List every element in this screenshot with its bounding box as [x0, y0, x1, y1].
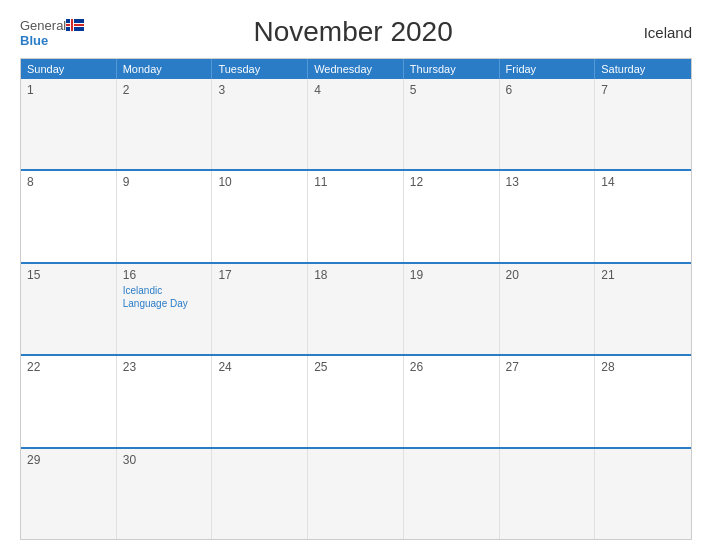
day-cell [308, 449, 404, 539]
day-number: 27 [506, 360, 589, 374]
day-number: 1 [27, 83, 110, 97]
day-cell: 18 [308, 264, 404, 354]
day-number: 6 [506, 83, 589, 97]
day-cell [404, 449, 500, 539]
day-number: 19 [410, 268, 493, 282]
day-number: 28 [601, 360, 685, 374]
day-header-wednesday: Wednesday [308, 59, 404, 79]
day-cell: 12 [404, 171, 500, 261]
weeks-container: 12345678910111213141516Icelandic Languag… [21, 79, 691, 539]
day-cell [500, 449, 596, 539]
day-cell: 6 [500, 79, 596, 169]
day-headers-row: SundayMondayTuesdayWednesdayThursdayFrid… [21, 59, 691, 79]
day-cell [595, 449, 691, 539]
day-cell: 25 [308, 356, 404, 446]
page: General Blue November 2020 Iceland Sunda… [0, 0, 712, 550]
day-number: 12 [410, 175, 493, 189]
day-number: 23 [123, 360, 206, 374]
day-number: 20 [506, 268, 589, 282]
day-number: 8 [27, 175, 110, 189]
day-cell: 8 [21, 171, 117, 261]
day-number: 16 [123, 268, 206, 282]
country-label: Iceland [622, 24, 692, 41]
day-number: 15 [27, 268, 110, 282]
day-number: 24 [218, 360, 301, 374]
day-number: 25 [314, 360, 397, 374]
week-row-3: 1516Icelandic Language Day1718192021 [21, 262, 691, 354]
day-cell: 10 [212, 171, 308, 261]
day-number: 17 [218, 268, 301, 282]
day-header-monday: Monday [117, 59, 213, 79]
day-cell: 20 [500, 264, 596, 354]
day-number: 9 [123, 175, 206, 189]
day-number: 18 [314, 268, 397, 282]
day-number: 4 [314, 83, 397, 97]
week-row-4: 22232425262728 [21, 354, 691, 446]
day-cell: 21 [595, 264, 691, 354]
day-number: 10 [218, 175, 301, 189]
svg-rect-2 [66, 24, 84, 26]
svg-rect-4 [71, 19, 73, 31]
day-number: 5 [410, 83, 493, 97]
day-cell [212, 449, 308, 539]
day-cell: 5 [404, 79, 500, 169]
week-row-5: 2930 [21, 447, 691, 539]
day-number: 2 [123, 83, 206, 97]
day-cell: 17 [212, 264, 308, 354]
calendar: SundayMondayTuesdayWednesdayThursdayFrid… [20, 58, 692, 540]
day-header-sunday: Sunday [21, 59, 117, 79]
day-cell: 2 [117, 79, 213, 169]
day-cell: 3 [212, 79, 308, 169]
day-number: 11 [314, 175, 397, 189]
day-number: 26 [410, 360, 493, 374]
day-cell: 16Icelandic Language Day [117, 264, 213, 354]
day-cell: 29 [21, 449, 117, 539]
day-number: 13 [506, 175, 589, 189]
day-cell: 26 [404, 356, 500, 446]
day-header-tuesday: Tuesday [212, 59, 308, 79]
day-header-saturday: Saturday [595, 59, 691, 79]
day-cell: 23 [117, 356, 213, 446]
logo-blue-text: Blue [20, 34, 84, 47]
day-cell: 15 [21, 264, 117, 354]
day-cell: 4 [308, 79, 404, 169]
day-cell: 1 [21, 79, 117, 169]
day-cell: 11 [308, 171, 404, 261]
day-cell: 30 [117, 449, 213, 539]
header: General Blue November 2020 Iceland [20, 16, 692, 48]
day-cell: 9 [117, 171, 213, 261]
day-number: 3 [218, 83, 301, 97]
day-cell: 7 [595, 79, 691, 169]
event-label: Icelandic Language Day [123, 284, 206, 310]
calendar-title: November 2020 [84, 16, 622, 48]
logo-flag-icon [66, 18, 84, 34]
day-header-friday: Friday [500, 59, 596, 79]
day-number: 22 [27, 360, 110, 374]
logo-general-text: General [20, 19, 66, 32]
day-number: 30 [123, 453, 206, 467]
day-header-thursday: Thursday [404, 59, 500, 79]
day-cell: 19 [404, 264, 500, 354]
day-number: 14 [601, 175, 685, 189]
day-number: 29 [27, 453, 110, 467]
day-number: 7 [601, 83, 685, 97]
logo: General Blue [20, 18, 84, 47]
day-number: 21 [601, 268, 685, 282]
day-cell: 22 [21, 356, 117, 446]
day-cell: 28 [595, 356, 691, 446]
day-cell: 13 [500, 171, 596, 261]
week-row-2: 891011121314 [21, 169, 691, 261]
day-cell: 14 [595, 171, 691, 261]
day-cell: 24 [212, 356, 308, 446]
day-cell: 27 [500, 356, 596, 446]
week-row-1: 1234567 [21, 79, 691, 169]
